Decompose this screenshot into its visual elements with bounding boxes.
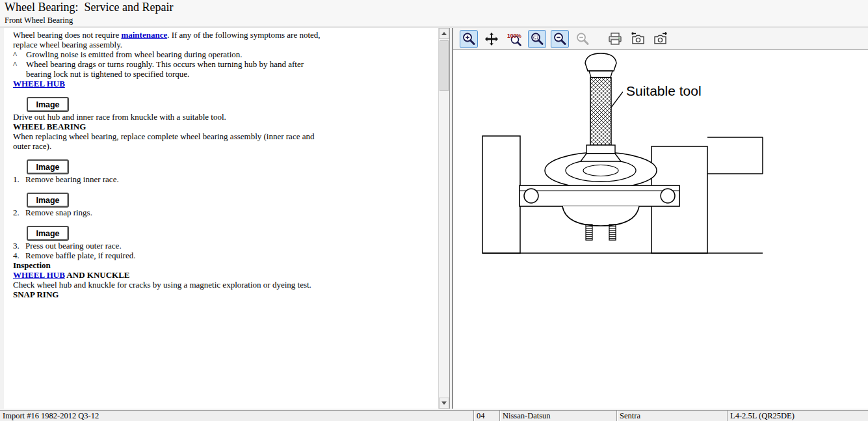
- status-model: Sentra: [616, 411, 727, 421]
- inspection-heading: Inspection: [13, 260, 438, 270]
- previous-image-button[interactable]: [629, 30, 647, 48]
- drive-out-text: Drive out hub and inner race from knuckl…: [13, 112, 438, 122]
- print-icon: [607, 31, 623, 47]
- step-number: 1.: [13, 174, 25, 184]
- pan-button[interactable]: [482, 30, 501, 48]
- scroll-down-icon: [441, 401, 447, 405]
- zoom-out-max-icon: [575, 31, 590, 47]
- previous-image-icon: [630, 31, 646, 47]
- hub-lower: [562, 206, 639, 226]
- step-item: 3. Press out bearing outer race.: [13, 241, 438, 251]
- plate-pin-left: [524, 189, 538, 203]
- scroll-down-button[interactable]: [439, 398, 449, 409]
- wheel-stud: [609, 224, 616, 240]
- diagram-canvas: Suitable tool: [453, 50, 868, 409]
- viewer-toolbar: 100%: [453, 28, 868, 50]
- maintenance-link[interactable]: maintenance: [121, 30, 167, 40]
- bullet-text: Growling noise is emitted from wheel bea…: [26, 49, 243, 59]
- plate-pin-right: [661, 189, 675, 203]
- intro-paragraph: Wheel bearing does not require maintenan…: [13, 30, 321, 49]
- intro-text-pre: Wheel bearing does not require: [13, 30, 121, 40]
- step-number: 3.: [13, 241, 25, 251]
- image-button[interactable]: Image: [27, 97, 69, 112]
- next-image-icon: [653, 31, 668, 47]
- zoom-out-button[interactable]: [551, 30, 569, 48]
- print-button[interactable]: [606, 30, 624, 48]
- status-make: Nissan-Datsun: [499, 411, 616, 421]
- support-plate: [519, 185, 679, 206]
- pan-icon: [484, 31, 499, 47]
- annotation-leader-line: [611, 92, 623, 107]
- wheel-stud: [586, 224, 592, 240]
- image-button[interactable]: Image: [27, 226, 69, 241]
- step-number: 4.: [13, 251, 25, 260]
- status-engine: L4-2.5L (QR25DE): [727, 411, 868, 421]
- zoom-100-label: 100%: [507, 32, 521, 38]
- bullet-text: Wheel bearing drags or turns roughly. Th…: [26, 59, 326, 79]
- zoom-in-button[interactable]: [460, 30, 478, 48]
- bullet-glyph: ^: [13, 49, 26, 59]
- document-content: Wheel bearing does not require maintenan…: [4, 28, 438, 409]
- vertical-scrollbar[interactable]: [438, 28, 449, 409]
- tool-head: [585, 53, 616, 71]
- inspection-link-suffix: AND KNUCKLE: [65, 270, 130, 280]
- zoom-window-icon: [529, 31, 545, 47]
- zoom-out-max-button[interactable]: [573, 30, 592, 48]
- image-viewer-panel: 100%: [452, 28, 868, 409]
- wheel-hub-link-line: WHEEL HUB: [13, 79, 438, 88]
- image-button[interactable]: Image: [27, 193, 69, 208]
- header: Wheel Bearing: Service and Repair Front …: [0, 0, 868, 27]
- wheel-hub-link[interactable]: WHEEL HUB: [13, 270, 65, 280]
- bullet-item: ^ Wheel bearing drags or turns roughly. …: [13, 59, 438, 79]
- step-item: 1. Remove bearing inner race.: [13, 174, 438, 184]
- zoom-100-button[interactable]: 100%: [505, 30, 523, 48]
- press-diagram: Suitable tool: [453, 50, 868, 409]
- bullet-glyph: ^: [13, 59, 26, 79]
- tool-knurled-shaft: [590, 77, 611, 145]
- next-image-button[interactable]: [651, 30, 670, 48]
- step-item: 4. Remove baffle plate, if required.: [13, 251, 438, 260]
- step-text: Remove snap rings.: [25, 208, 92, 217]
- zoom-100-icon: 100%: [506, 31, 522, 47]
- image-button[interactable]: Image: [27, 159, 69, 174]
- step-number: 2.: [13, 208, 25, 217]
- status-source: Import #16 1982-2012 Q3-12: [0, 411, 473, 421]
- step-text: Remove bearing inner race.: [25, 174, 119, 184]
- wheel-bearing-body: When replacing wheel bearing, replace co…: [13, 131, 319, 151]
- step-text: Press out bearing outer race.: [25, 241, 122, 251]
- next-heading-partial: SNAP RING: [13, 290, 438, 299]
- scroll-up-button[interactable]: [439, 28, 449, 39]
- step-item: 2. Remove snap rings.: [13, 208, 438, 217]
- status-group: 04: [473, 411, 499, 421]
- page-title: Wheel Bearing: Service and Repair: [5, 1, 173, 14]
- document-panel: Wheel bearing does not require maintenan…: [4, 28, 450, 409]
- status-bar: Import #16 1982-2012 Q3-12 04 Nissan-Dat…: [0, 410, 868, 421]
- bullet-item: ^ Growling noise is emitted from wheel b…: [13, 49, 438, 59]
- annotation-label: Suitable tool: [626, 83, 702, 98]
- zoom-window-button[interactable]: [528, 30, 546, 48]
- inspection-link-line: WHEEL HUB AND KNUCKLE: [13, 270, 438, 280]
- scroll-up-icon: [441, 32, 447, 35]
- inspection-body: Check wheel hub and knuckle for cracks b…: [13, 280, 438, 290]
- press-left-block: [482, 136, 520, 253]
- wheel-bearing-heading: WHEEL BEARING: [13, 122, 438, 131]
- wheel-hub-link[interactable]: WHEEL HUB: [13, 79, 65, 88]
- scrollbar-thumb[interactable]: [440, 40, 449, 91]
- zoom-in-icon: [461, 31, 477, 47]
- page-subtitle: Front Wheel Bearing: [5, 16, 73, 25]
- step-text: Remove baffle plate, if required.: [25, 251, 135, 260]
- zoom-out-icon: [552, 31, 568, 47]
